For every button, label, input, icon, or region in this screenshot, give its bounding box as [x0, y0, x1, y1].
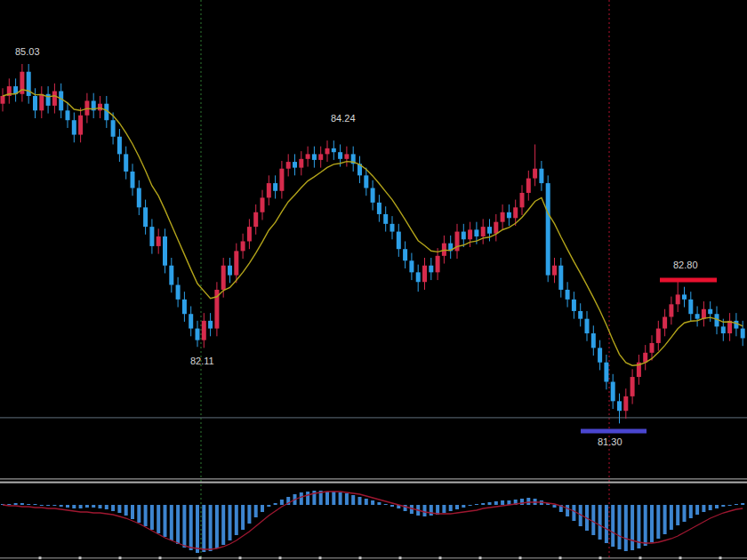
time-axis-tick [239, 556, 242, 559]
price-label-resistance: 82.80 [673, 260, 698, 270]
macd-bar [611, 505, 614, 547]
candlesticks [1, 64, 745, 423]
macd-bar [721, 505, 725, 507]
macd-bar [170, 505, 173, 540]
candle-body [663, 316, 667, 328]
macd-bar [196, 505, 199, 553]
candle-body [312, 154, 317, 160]
price-chart-canvas[interactable]: 85.03 84.24 82.11 82.80 81.30 [0, 0, 747, 560]
candle-body [442, 244, 446, 256]
macd-bar [702, 505, 705, 512]
price-label-high: 85.03 [15, 46, 40, 57]
price-label-low1: 82.11 [190, 356, 214, 366]
candle-body [261, 197, 265, 212]
time-axis-tick [79, 556, 82, 559]
time-axis-tick [119, 556, 122, 559]
macd-bar [598, 505, 602, 540]
candle-body [208, 321, 213, 329]
candle-body [591, 333, 596, 348]
macd-bar [247, 505, 251, 524]
macd-bar [209, 505, 213, 551]
macd-bar [189, 505, 193, 550]
time-axis-tick [559, 556, 562, 559]
macd-bar [46, 505, 50, 506]
candle-body [189, 314, 193, 328]
candle-body [481, 227, 486, 236]
candle-body [520, 193, 525, 207]
candle-body [708, 309, 712, 314]
macd-bar [481, 503, 485, 505]
separator-bottom-line [0, 482, 747, 484]
macd-bar [261, 505, 264, 512]
candle-body [409, 260, 414, 272]
candle-body [131, 172, 135, 188]
candle-body [267, 183, 271, 197]
macd-bar [66, 505, 69, 508]
macd-bar [150, 505, 154, 530]
candle-body [332, 148, 336, 152]
macd-bar [358, 497, 362, 505]
macd-bar [663, 505, 667, 534]
candle-body [143, 207, 148, 227]
macd-bar [241, 505, 245, 530]
candle-body [546, 183, 550, 276]
candle-body [494, 222, 498, 234]
candle-body [1, 96, 5, 104]
candle-body [377, 203, 382, 214]
candle-body [552, 266, 557, 276]
candle-body [585, 319, 590, 333]
candle-body [669, 304, 673, 316]
trading-chart-window: 85.03 84.24 82.11 82.80 81.30 [0, 0, 747, 560]
candle-body [52, 92, 57, 106]
macd-bar [442, 505, 446, 513]
macd-bar [676, 505, 679, 525]
candle-body [501, 212, 505, 222]
candle-body [111, 120, 116, 137]
macd-bar [488, 502, 492, 505]
macd-bar [215, 505, 219, 548]
macd-bar [741, 503, 744, 505]
macd-bar [462, 505, 465, 508]
macd-bar [72, 505, 76, 508]
price-label-peak: 84.24 [331, 113, 356, 124]
time-axis-tick [39, 556, 42, 559]
pane-separator[interactable] [0, 478, 747, 484]
time-axis-tick [359, 556, 362, 559]
macd-bar [60, 505, 63, 507]
candle-body [306, 154, 310, 158]
candle-body [325, 148, 330, 155]
macd-bar [709, 505, 712, 510]
candle-body [72, 120, 76, 134]
candle-body [533, 169, 537, 179]
macd-bar [79, 505, 83, 508]
candle-body [416, 272, 421, 282]
time-axis-tick [439, 556, 442, 559]
candle-body [436, 256, 440, 273]
candle-body [558, 266, 563, 290]
candle-body [293, 162, 297, 168]
candle-body [78, 116, 83, 135]
candle-body [656, 329, 661, 343]
candle-body [273, 183, 277, 191]
macd-bar [371, 500, 374, 505]
candle-body [429, 266, 433, 273]
candle-body [228, 266, 232, 276]
macd-bar [229, 505, 232, 540]
macd-bar [670, 505, 673, 530]
candle-body [578, 311, 582, 319]
macd-bar [735, 504, 738, 505]
candle-body [617, 401, 622, 411]
macd-bar [137, 505, 141, 523]
candle-body [390, 224, 395, 232]
macd-bar [501, 500, 504, 505]
candle-body [734, 321, 738, 329]
macd-bar [365, 499, 368, 505]
candle-body [234, 251, 238, 275]
macd-bar [683, 505, 687, 522]
candle-body [124, 154, 128, 172]
macd-bar [591, 505, 595, 535]
macd-bar [423, 505, 427, 516]
macd-bar [111, 505, 115, 511]
macd-bar [176, 505, 180, 544]
macd-bar [566, 505, 569, 516]
